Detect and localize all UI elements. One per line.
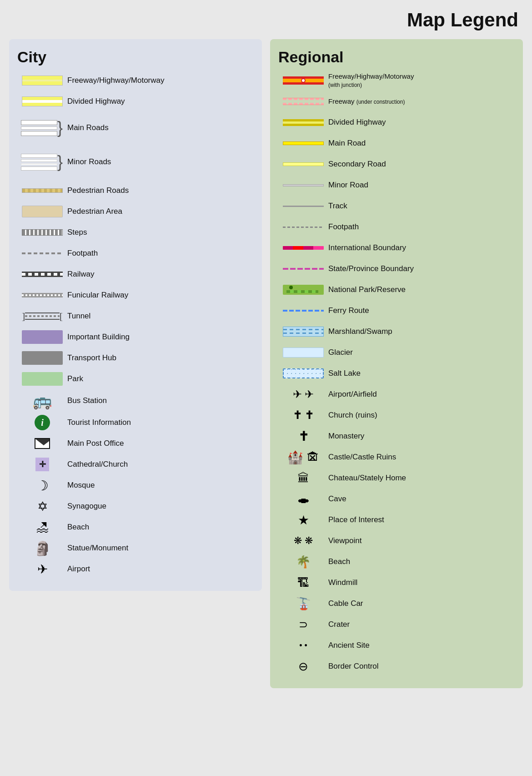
list-item: Footpath	[278, 219, 515, 235]
divided-highway-label: Divided Highway	[67, 97, 125, 106]
r-airport-label: Airport/Airfield	[328, 390, 377, 399]
r-airport-icon: ✈ ✈	[278, 388, 328, 401]
steps-icon	[17, 229, 67, 236]
important-building-label: Important Building	[67, 333, 130, 342]
transport-hub-label: Transport Hub	[67, 353, 116, 363]
list-item: i Tourist Information	[17, 414, 254, 431]
list-item: Transport Hub	[17, 350, 254, 366]
list-item: ✈ Airport	[17, 561, 254, 577]
list-item: International Boundary	[278, 240, 515, 256]
mosque-icon: ☽	[17, 478, 67, 494]
main-post-office-label: Main Post Office	[67, 439, 124, 448]
pedestrian-area-label: Pedestrian Area	[67, 207, 122, 216]
r-salt-lake-label: Salt Lake	[328, 369, 361, 378]
list-item: Pedestrian Area	[17, 203, 254, 220]
list-item: ] [ Tunnel	[17, 308, 254, 324]
list-item: Main Post Office	[17, 435, 254, 452]
railway-icon	[17, 272, 67, 277]
list-item: State/Province Boundary	[278, 261, 515, 277]
r-ancient-site-icon: • •	[278, 641, 328, 650]
minor-roads-label: Minor Roads	[67, 157, 111, 166]
r-crater-label: Crater	[328, 620, 350, 629]
r-church-icon: ✝ ✝	[278, 409, 328, 422]
list-item: Steps	[17, 224, 254, 241]
park-label: Park	[67, 374, 83, 383]
list-item: Secondary Road	[278, 156, 515, 172]
r-freeway-label: Freeway/Highway/Motorway(with junction)	[328, 72, 414, 89]
bus-station-label: Bus Station	[67, 396, 107, 405]
r-state-boundary-icon	[278, 268, 328, 270]
r-glacier-label: Glacier	[328, 348, 353, 357]
r-viewpoint-icon: ❋ ❋	[278, 535, 328, 547]
footpath-icon	[17, 252, 67, 254]
list-item: Funicular Railway	[17, 287, 254, 303]
r-intl-boundary-label: International Boundary	[328, 243, 406, 252]
list-item: Minor Road	[278, 177, 515, 193]
pedestrian-roads-label: Pedestrian Roads	[67, 186, 129, 195]
r-minor-road-label: Minor Road	[328, 181, 368, 190]
list-item: Divided Highway	[17, 93, 254, 110]
main-roads-label: Main Roads	[67, 123, 109, 132]
r-footpath-label: Footpath	[328, 222, 359, 232]
r-footpath-icon	[278, 227, 328, 228]
airport-icon: ✈	[17, 562, 67, 577]
beach-label: Beach	[67, 523, 89, 532]
r-castle-label: Castle/Castle Ruins	[328, 453, 396, 462]
list-item: Freeway (under construction)	[278, 93, 515, 110]
list-item: ⊖ Border Control	[278, 658, 515, 675]
list-item: Important Building	[17, 329, 254, 345]
r-ferry-route-icon	[278, 310, 328, 312]
footpath-label: Footpath	[67, 249, 98, 258]
railway-label: Railway	[67, 270, 95, 279]
list-item: Track	[278, 198, 515, 214]
r-castle-icon: 🏰 🏚	[278, 450, 328, 465]
r-ferry-route-label: Ferry Route	[328, 306, 369, 315]
tourist-info-icon: i	[17, 415, 67, 430]
synagogue-label: Synagogue	[67, 502, 106, 511]
tunnel-icon: ] [	[17, 310, 67, 322]
steps-label: Steps	[67, 228, 87, 237]
r-marshland-icon	[278, 327, 328, 337]
pedestrian-area-icon	[17, 206, 67, 217]
statue-monument-icon: 🗿	[17, 540, 67, 556]
list-item: ❋ ❋ Viewpoint	[278, 533, 515, 549]
r-place-of-interest-icon: ★	[278, 513, 328, 528]
list-item: ✛ Cathedral/Church	[17, 456, 254, 473]
list-item: Freeway/Highway/Motorway(with junction)	[278, 72, 515, 89]
funicular-railway-label: Funicular Railway	[67, 291, 128, 300]
list-item: 🚡 Cable Car	[278, 595, 515, 612]
list-item: 🏛 Chateau/Stately Home	[278, 470, 515, 486]
funicular-railway-icon	[17, 293, 67, 297]
tunnel-label: Tunnel	[67, 312, 90, 321]
r-border-control-icon: ⊖	[278, 660, 328, 674]
list-item: Railway	[17, 266, 254, 282]
r-beach-icon: 🌴	[278, 555, 328, 569]
r-ancient-site-label: Ancient Site	[328, 641, 370, 650]
list-item: ☽ Mosque	[17, 477, 254, 494]
list-item: Pedestrian Roads	[17, 182, 254, 199]
r-national-park-icon	[278, 285, 328, 295]
divided-highway-icon	[17, 96, 67, 106]
r-secondary-road-label: Secondary Road	[328, 160, 386, 169]
list-item: Freeway/Highway/Motorway	[17, 72, 254, 89]
list-item: ✡ Synagogue	[17, 498, 254, 514]
r-cable-car-icon: 🚡	[278, 597, 328, 611]
r-beach-label: Beach	[328, 557, 350, 566]
list-item: Marshland/Swamp	[278, 323, 515, 340]
minor-roads-icon: }	[17, 154, 67, 171]
r-church-label: Church (ruins)	[328, 411, 377, 420]
list-item: 🌴 Beach	[278, 554, 515, 570]
r-crater-icon: ⊃	[278, 618, 328, 631]
r-marshland-label: Marshland/Swamp	[328, 327, 392, 336]
important-building-icon	[17, 330, 67, 344]
r-chateau-label: Chateau/Stately Home	[328, 474, 406, 483]
r-viewpoint-label: Viewpoint	[328, 536, 361, 545]
list-item: Divided Highway	[278, 114, 515, 131]
list-item: ✈ ✈ Airport/Airfield	[278, 386, 515, 403]
bus-station-icon: 🚌	[17, 392, 67, 410]
r-border-control-label: Border Control	[328, 662, 379, 671]
list-item: Salt Lake	[278, 365, 515, 382]
r-cave-label: Cave	[328, 494, 346, 504]
r-cable-car-label: Cable Car	[328, 599, 363, 608]
synagogue-icon: ✡	[17, 499, 67, 514]
